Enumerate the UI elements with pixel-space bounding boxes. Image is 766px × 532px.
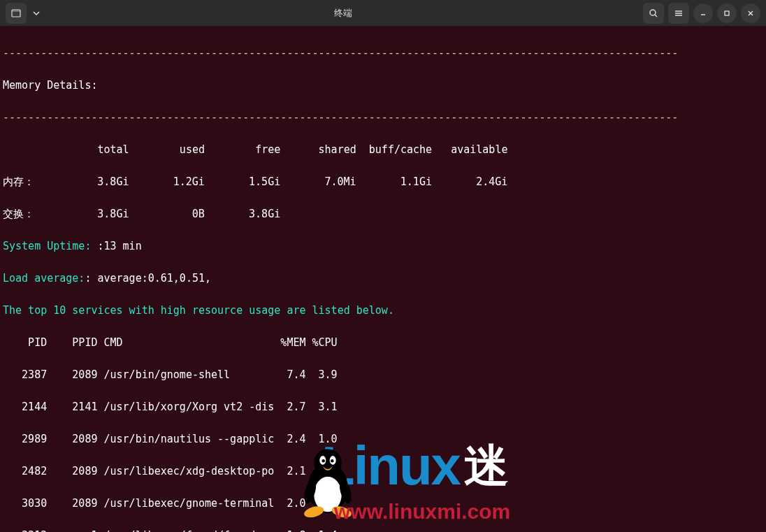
memory-row: 内存： 3.8Gi 1.2Gi 1.5Gi 7.0Mi 1.1Gi 2.4Gi — [3, 174, 763, 190]
loadavg-line: Load average:: average:0.61,0.51, — [3, 271, 763, 287]
divider: ----------------------------------------… — [3, 110, 763, 126]
titlebar-right — [643, 3, 760, 24]
menu-button[interactable] — [668, 3, 689, 24]
titlebar-left — [6, 3, 43, 24]
process-row: 3312 1 /usr/libexec/fwupd/fwupd 1.8 1.4 — [3, 528, 763, 532]
svg-line-3 — [655, 15, 657, 17]
memory-row: 交换： 3.8Gi 0B 3.8Gi — [3, 206, 763, 222]
svg-rect-8 — [725, 11, 729, 15]
svg-rect-1 — [12, 10, 20, 12]
process-row: 2482 2089 /usr/libexec/xdg-desktop-po 2.… — [3, 463, 763, 480]
top10-header: The top 10 services with high resource u… — [3, 303, 763, 319]
loadavg-label: Load average: — [3, 272, 85, 285]
watermark-url: www.linuxmi.com — [334, 503, 510, 519]
divider: ----------------------------------------… — [3, 45, 763, 62]
close-button[interactable] — [741, 3, 760, 23]
memory-table-header: total used free shared buff/cache availa… — [3, 142, 763, 158]
new-tab-button[interactable] — [6, 3, 27, 24]
svg-point-2 — [650, 10, 656, 15]
maximize-button[interactable] — [717, 3, 737, 23]
loadavg-value: : average:0.61,0.51, — [85, 272, 211, 285]
titlebar: 终端 — [0, 0, 766, 27]
process-row: 2144 2141 /usr/lib/xorg/Xorg vt2 -dis 2.… — [3, 399, 763, 415]
uptime-line: System Uptime: :13 min — [3, 238, 763, 254]
memory-header: Memory Details: — [3, 78, 763, 94]
window-title: 终端 — [43, 7, 643, 20]
svg-point-16 — [322, 459, 326, 463]
process-row: 2387 2089 /usr/bin/gnome-shell 7.4 3.9 — [3, 367, 763, 383]
minimize-button[interactable] — [693, 3, 713, 23]
terminal-content[interactable]: ----------------------------------------… — [0, 27, 766, 532]
svg-point-17 — [331, 459, 334, 463]
uptime-label: System Uptime: — [3, 240, 91, 252]
process-header: PID PPID CMD %MEM %CPU — [3, 335, 763, 351]
process-row: 2989 2089 /usr/bin/nautilus --gapplic 2.… — [3, 431, 763, 447]
search-button[interactable] — [643, 3, 664, 24]
uptime-value: :13 min — [91, 240, 141, 252]
tab-dropdown-button[interactable] — [29, 3, 43, 24]
